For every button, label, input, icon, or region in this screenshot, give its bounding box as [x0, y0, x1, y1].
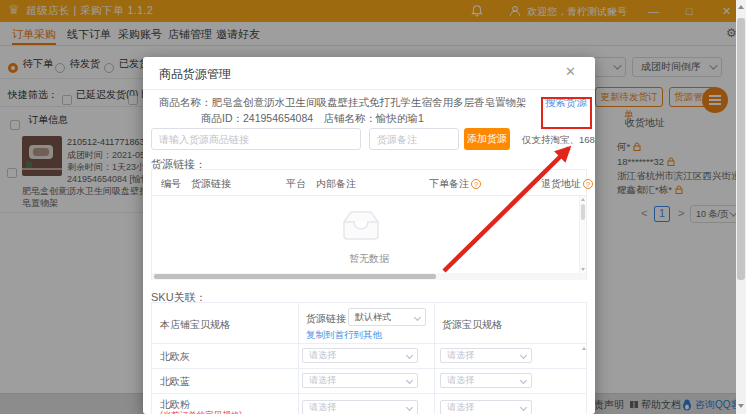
source-remark-input[interactable]: [369, 128, 459, 150]
style-select-value: 默认样式: [355, 312, 391, 322]
sku-col-source-spec: 货源宝贝规格: [442, 318, 502, 332]
scroll-up-icon[interactable]: [582, 347, 586, 350]
scroll-down-icon[interactable]: [738, 404, 744, 408]
chevron-down-icon: [520, 352, 527, 359]
col-platform: 平台: [286, 177, 306, 191]
divider: [152, 368, 586, 369]
table-vertical-scrollbar[interactable]: [579, 196, 586, 273]
sku-col-shop-spec: 本店铺宝贝规格: [160, 318, 230, 332]
scrollbar-thumb[interactable]: [154, 274, 436, 279]
sku-source-select[interactable]: 请选择: [302, 348, 418, 363]
product-name-line: 商品名称：肥皂盒创意沥水卫生间吸盘壁挂式免打孔学生宿舍用多层香皂置物架: [159, 96, 527, 110]
product-name-value: 肥皂盒创意沥水卫生间吸盘壁挂式免打孔学生宿舍用多层香皂置物架: [212, 96, 527, 108]
col-source-link: 货源链接: [191, 177, 231, 191]
copy-to-rows-link[interactable]: 复制到首行到其他: [306, 329, 382, 342]
scrollbar-thumb[interactable]: [581, 204, 585, 220]
add-source-button[interactable]: 添加货源: [464, 128, 510, 150]
support-hint: 仅支持淘宝、1688: [522, 134, 595, 147]
window-scrollbar[interactable]: [736, 0, 746, 414]
sku-spec-select[interactable]: 请选择: [440, 400, 532, 414]
col-internal-remark: 内部备注: [316, 177, 356, 191]
product-meta-line: 商品ID：241954654084 店铺名称：愉快的瑜1: [201, 112, 424, 126]
style-select[interactable]: 默认样式: [348, 308, 426, 326]
source-manage-modal: 商品货源管理 ✕ 商品名称：肥皂盒创意沥水卫生间吸盘壁挂式免打孔学生宿舍用多层香…: [143, 57, 595, 414]
chevron-down-icon: [406, 352, 413, 359]
question-icon[interactable]: ?: [471, 179, 481, 189]
scroll-down-icon[interactable]: [581, 268, 585, 271]
sku-spec-select[interactable]: 请选择: [440, 373, 532, 388]
source-link-input[interactable]: [151, 128, 361, 150]
empty-inbox-icon: [338, 208, 384, 244]
sku-table: 本店铺宝贝规格 货源链接 默认样式 复制到首行到其他 货源宝贝规格 北欧灰 请选…: [151, 302, 587, 414]
divider: [152, 393, 586, 394]
sku-row-spec: 北欧蓝: [160, 375, 190, 389]
sku-col-source-link: 货源链接: [306, 312, 346, 326]
col-return-address: 退货地址?: [541, 177, 593, 191]
chevron-down-icon: [414, 314, 421, 321]
sku-source-select[interactable]: 请选择: [302, 400, 418, 414]
question-icon[interactable]: ?: [583, 179, 593, 189]
divider: [434, 303, 435, 414]
empty-text: 暂无数据: [152, 252, 586, 266]
sku-row-spec: 北欧灰: [160, 350, 190, 364]
table-horizontal-scrollbar[interactable]: [152, 273, 586, 280]
col-index: 编号: [161, 177, 181, 191]
app-window: ♛ 超级店长 | 采购下单 1.1.2 欢迎您，青柠测试账号 — □ ✕ 订单采…: [0, 0, 746, 414]
search-source-link[interactable]: 搜索货源: [545, 96, 587, 110]
sku-spec-select[interactable]: 请选择: [440, 348, 532, 363]
chevron-down-icon: [520, 377, 527, 384]
modal-title: 商品货源管理: [159, 66, 231, 83]
scrollbar-thumb[interactable]: [737, 18, 745, 280]
col-order-remark: 下单备注?: [429, 177, 481, 191]
modal-close-button[interactable]: ✕: [565, 64, 576, 79]
divider: [298, 303, 299, 414]
divider: [152, 195, 586, 196]
divider: [152, 343, 586, 344]
scroll-up-icon[interactable]: [581, 198, 585, 201]
modal-header: 商品货源管理 ✕: [143, 57, 595, 90]
current-spec-note: (当前订单的宝贝规格): [160, 410, 242, 414]
chevron-down-icon: [520, 404, 527, 411]
source-table: 编号 货源链接 平台 内部备注 下单备注? 退货地址? 暂无数据: [151, 169, 587, 280]
sku-source-select[interactable]: 请选择: [302, 373, 418, 388]
scroll-up-icon[interactable]: [738, 5, 744, 9]
chevron-down-icon: [406, 404, 413, 411]
chevron-down-icon: [406, 377, 413, 384]
